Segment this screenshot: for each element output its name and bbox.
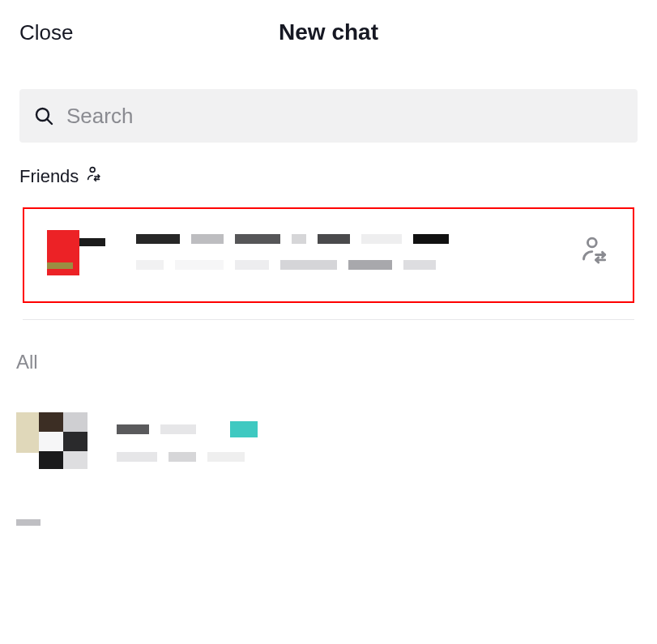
- svg-point-3: [587, 238, 596, 247]
- friend-text: [136, 234, 579, 270]
- divider: [23, 319, 634, 320]
- header: Close New chat: [0, 0, 657, 65]
- contact-text: [117, 421, 258, 462]
- page-title: New chat: [279, 19, 378, 45]
- svg-point-2: [91, 168, 96, 173]
- mutual-follow-action-icon[interactable]: [579, 235, 610, 269]
- mutual-follow-icon: [85, 165, 103, 188]
- contact-subtitle-redacted: [117, 452, 258, 462]
- all-section-label: All: [16, 351, 657, 373]
- svg-line-1: [48, 120, 53, 125]
- contact-avatar: [16, 412, 89, 471]
- friend-avatar: [47, 227, 105, 277]
- contact-item[interactable]: [16, 412, 657, 471]
- friend-item-highlighted[interactable]: [23, 207, 634, 303]
- search-field[interactable]: [19, 89, 638, 143]
- index-letter-redacted-2: [16, 514, 657, 529]
- contact-display-name-redacted: [117, 421, 258, 437]
- close-button[interactable]: Close: [19, 20, 73, 45]
- friends-label-text: Friends: [19, 166, 79, 187]
- search-input[interactable]: [66, 104, 623, 129]
- friend-subtitle-redacted: [136, 260, 579, 270]
- search-icon: [34, 106, 53, 126]
- friend-display-name-redacted: [136, 234, 579, 244]
- friends-section-label: Friends: [19, 165, 657, 188]
